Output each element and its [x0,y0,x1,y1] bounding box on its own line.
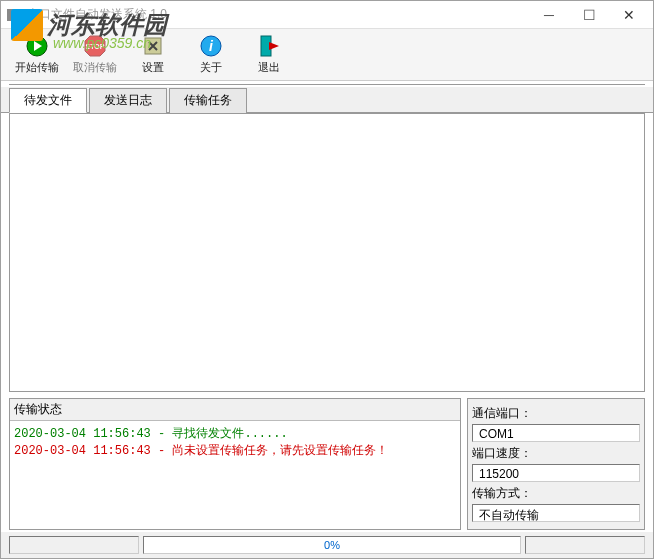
toolbar: 开始传输 STOP 取消传输 设置 i 关于 退出 [1,29,653,81]
status-cell-1 [9,536,139,554]
start-label: 开始传输 [15,60,59,75]
baud-row: 端口速度： 115200 [472,443,640,482]
status-log: 2020-03-04 11:56:43 - 寻找待发文件...... 2020-… [10,421,460,529]
exit-icon [257,34,281,58]
mode-value: 不自动传输 [472,504,640,522]
tab-pending-files[interactable]: 待发文件 [9,88,87,113]
about-button[interactable]: i 关于 [183,31,239,79]
log-line: 2020-03-04 11:56:43 - 寻找待发文件...... [14,425,456,442]
status-cell-3 [525,536,645,554]
mode-label: 传输方式： [472,483,640,504]
status-bar: 0% [1,532,653,558]
tab-send-log[interactable]: 发送日志 [89,88,167,113]
baud-label: 端口速度： [472,443,640,464]
app-window: 河东软件园 www.pc0359.cn 串口文件自动发送系统 1.0 ─ ☐ ✕… [0,0,654,559]
log-line: 2020-03-04 11:56:43 - 尚未设置传输任务，请先设置传输任务！ [14,442,456,459]
minimize-button[interactable]: ─ [529,3,569,27]
transfer-status-box: 传输状态 2020-03-04 11:56:43 - 寻找待发文件...... … [9,398,461,530]
connection-info-panel: 通信端口： COM1 端口速度： 115200 传输方式： 不自动传输 [467,398,645,530]
mode-row: 传输方式： 不自动传输 [472,483,640,522]
settings-label: 设置 [142,60,164,75]
svg-rect-0 [7,9,19,21]
settings-icon [141,34,165,58]
info-icon: i [199,34,223,58]
tab-bar: 待发文件 发送日志 传输任务 [1,87,653,113]
svg-text:STOP: STOP [86,43,105,50]
stop-icon: STOP [83,34,107,58]
about-label: 关于 [200,60,222,75]
start-icon [25,34,49,58]
toolbar-divider [9,84,645,85]
main-content-area [9,113,645,392]
status-title: 传输状态 [10,399,460,421]
progress-bar: 0% [143,536,521,554]
tab-transfer-task[interactable]: 传输任务 [169,88,247,113]
port-value: COM1 [472,424,640,442]
port-label: 通信端口： [472,403,640,424]
port-row: 通信端口： COM1 [472,403,640,442]
progress-text: 0% [324,539,340,551]
exit-label: 退出 [258,60,280,75]
window-title: 串口文件自动发送系统 1.0 [27,6,529,23]
close-button[interactable]: ✕ [609,3,649,27]
cancel-transfer-button[interactable]: STOP 取消传输 [67,31,123,79]
cancel-label: 取消传输 [73,60,117,75]
app-icon [5,7,21,23]
maximize-button[interactable]: ☐ [569,3,609,27]
titlebar: 串口文件自动发送系统 1.0 ─ ☐ ✕ [1,1,653,29]
start-transfer-button[interactable]: 开始传输 [9,31,65,79]
settings-button[interactable]: 设置 [125,31,181,79]
exit-button[interactable]: 退出 [241,31,297,79]
baud-value: 115200 [472,464,640,482]
status-section: 传输状态 2020-03-04 11:56:43 - 寻找待发文件...... … [9,398,645,530]
